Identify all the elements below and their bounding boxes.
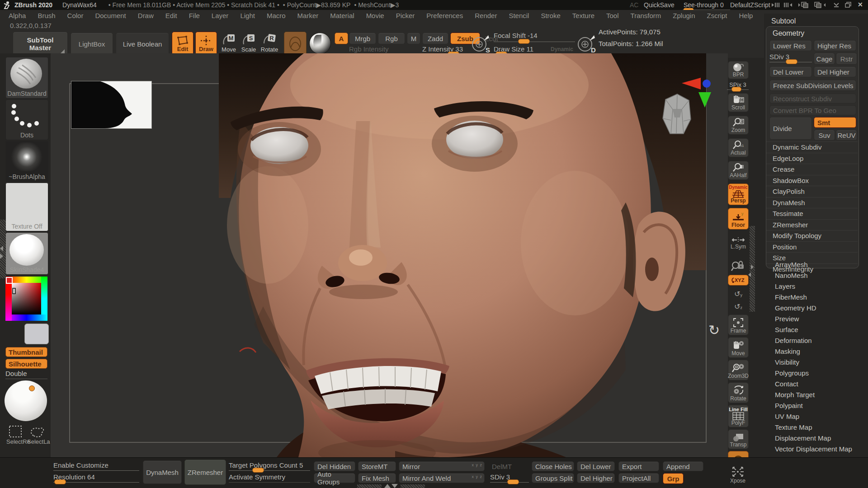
mirror-button[interactable]: Mirror x y z xyxy=(399,461,485,471)
double-label[interactable]: Double xyxy=(5,370,47,379)
menu-picker[interactable]: Picker xyxy=(390,12,421,19)
menu-document[interactable]: Document xyxy=(89,12,132,19)
current-texture-thumb[interactable]: Texture Off xyxy=(5,183,48,231)
higher-res-button[interactable]: Higher Res xyxy=(814,40,856,51)
geo-section-zremesher[interactable]: ZRemesher xyxy=(766,219,858,230)
grp-button[interactable]: Grp xyxy=(663,473,684,484)
mirror-and-weld-button[interactable]: Mirror And Weld x y z xyxy=(399,473,485,483)
rstr-button[interactable]: Rstr xyxy=(836,53,857,65)
menu-texture[interactable]: Texture xyxy=(566,12,600,19)
storemt-button[interactable]: StoreMT xyxy=(358,461,396,471)
zadd-button[interactable]: Zadd xyxy=(422,33,448,44)
stroke-picker-button[interactable] xyxy=(284,32,307,56)
palette-section-nanomesh[interactable]: NanoMesh xyxy=(769,270,863,281)
zoom-button[interactable]: Zoom xyxy=(728,116,749,135)
menu-alpha[interactable]: Alpha xyxy=(3,12,32,19)
geo-section-dynamic-subdiv[interactable]: Dynamic Subdiv xyxy=(766,141,858,153)
palette-section-visibility[interactable]: Visibility xyxy=(769,357,863,368)
geo-section-modify-topology[interactable]: Modify Topology xyxy=(766,230,858,241)
current-stroke-thumb[interactable]: Dots xyxy=(5,99,48,140)
material-picker-button[interactable] xyxy=(309,33,331,54)
subtool-header[interactable]: Subtool xyxy=(771,17,796,25)
panel-swap-icons[interactable] xyxy=(798,1,827,9)
zoom3d-button[interactable]: Zoom3D xyxy=(728,360,749,380)
silhouette-thumbnail[interactable] xyxy=(71,81,152,129)
menu-stencil[interactable]: Stencil xyxy=(503,12,535,19)
bottom-del-higher-button[interactable]: Del Higher xyxy=(577,473,615,483)
focal-shift-handle[interactable] xyxy=(518,39,530,44)
auto-groups-button[interactable]: Auto Groups xyxy=(314,473,355,483)
rotate-button[interactable]: R Rotate xyxy=(259,33,279,53)
suv-button[interactable]: Suv xyxy=(814,130,835,141)
smt-button[interactable]: Smt xyxy=(814,117,856,128)
spin-z-button[interactable]: ↺z xyxy=(728,300,749,313)
append-button[interactable]: Append xyxy=(663,461,703,471)
groups-split-button[interactable]: Groups Split xyxy=(532,473,574,483)
bottom-tray-grip[interactable] xyxy=(357,484,425,488)
mrgb-button[interactable]: Mrgb xyxy=(349,33,376,44)
aahalf-button[interactable]: AAHalf xyxy=(728,161,749,180)
bottom-del-lower-button[interactable]: Del Lower xyxy=(577,461,615,471)
restore-icon[interactable] xyxy=(845,2,851,8)
geo-section-shadowbox[interactable]: ShadowBox xyxy=(766,175,858,186)
spix-slider[interactable]: SPix 3 xyxy=(727,81,749,90)
palette-section-texture-map[interactable]: Texture Map xyxy=(769,422,863,433)
polyf-button[interactable]: Line Fill PolyF xyxy=(728,405,749,427)
geo-section-crease[interactable]: Crease xyxy=(766,164,858,175)
frame-button[interactable]: Frame xyxy=(728,314,749,335)
menu-stroke[interactable]: Stroke xyxy=(535,12,566,19)
geo-section-tessimate[interactable]: Tessimate xyxy=(766,208,858,219)
enable-customize-switch[interactable]: Enable Customize xyxy=(53,461,139,471)
resolution-handle[interactable] xyxy=(54,479,66,484)
m-button[interactable]: M xyxy=(407,33,420,44)
menu-macro[interactable]: Macro xyxy=(261,12,292,19)
dynamesh-button[interactable]: DynaMesh xyxy=(143,460,182,484)
geo-section-position[interactable]: Position xyxy=(766,241,858,253)
geo-section-claypolish[interactable]: ClayPolish xyxy=(766,186,858,197)
menu-movie[interactable]: Movie xyxy=(360,12,390,19)
menu-zscript[interactable]: Zscript xyxy=(701,12,733,19)
lower-res-button[interactable]: Lower Res xyxy=(769,40,812,51)
lightbox-button[interactable]: LightBox xyxy=(71,33,113,55)
palette-section-contact[interactable]: Contact xyxy=(769,379,863,389)
menu-transform[interactable]: Transform xyxy=(625,12,667,19)
quicksave-button[interactable]: QuickSave xyxy=(644,1,675,9)
palette-section-fibermesh[interactable]: FiberMesh xyxy=(769,292,863,303)
cage-button[interactable]: Cage xyxy=(814,53,835,65)
palette-section-masking[interactable]: Masking xyxy=(769,346,863,357)
palette-section-uv-map[interactable]: UV Map xyxy=(769,411,863,422)
export-button[interactable]: Export xyxy=(618,461,659,471)
palette-section-deformation[interactable]: Deformation xyxy=(769,335,863,346)
lock-camera-button[interactable] xyxy=(728,253,749,273)
orientation-gizmo[interactable] xyxy=(656,76,717,144)
palette-section-surface[interactable]: Surface xyxy=(769,324,863,335)
viewport-canvas[interactable]: ↻ xyxy=(51,53,728,457)
menu-draw[interactable]: Draw xyxy=(132,12,160,19)
dynamic-draw-size-label[interactable]: Dynamic xyxy=(551,46,573,52)
rotate-canvas-button[interactable]: Rotate xyxy=(728,382,749,403)
palette-section-arraymesh[interactable]: ArrayMesh xyxy=(769,259,863,270)
palette-section-polygroups[interactable]: Polygroups xyxy=(769,368,863,379)
alpha-channel-button[interactable]: A xyxy=(335,33,348,44)
palette-section-polypaint[interactable]: Polypaint xyxy=(769,400,863,411)
spin-y-button[interactable]: ↺y xyxy=(728,287,749,300)
palette-section-vector-displacement-map[interactable]: Vector Displacement Map xyxy=(769,444,863,455)
subtool-master-button[interactable]: SubTool Master xyxy=(13,32,68,56)
fix-mesh-button[interactable]: Fix Mesh xyxy=(358,473,396,483)
geo-section-dynamesh[interactable]: DynaMesh xyxy=(766,197,858,208)
zremesher-button[interactable]: ZRemesher xyxy=(184,460,226,485)
del-hidden-button[interactable]: Del Hidden xyxy=(314,461,355,471)
transp-button[interactable]: Transp xyxy=(728,429,749,449)
menu-layer[interactable]: Layer xyxy=(206,12,235,19)
menu-file[interactable]: File xyxy=(183,12,206,19)
menu-preferences[interactable]: Preferences xyxy=(420,12,469,19)
minimize-icon[interactable] xyxy=(833,2,840,8)
move-button[interactable]: M Move xyxy=(220,33,238,53)
del-higher-button[interactable]: Del Higher xyxy=(814,66,856,77)
depth-settings-d-icon[interactable]: D xyxy=(576,33,596,54)
palette-section-layers[interactable]: Layers xyxy=(769,281,863,292)
bpr-button[interactable]: BPR xyxy=(728,61,749,79)
select-rect-tool[interactable]: SelectRe xyxy=(6,425,24,445)
palette-section-displacement-map[interactable]: Displacement Map xyxy=(769,433,863,444)
menu-marker[interactable]: Marker xyxy=(292,12,325,19)
